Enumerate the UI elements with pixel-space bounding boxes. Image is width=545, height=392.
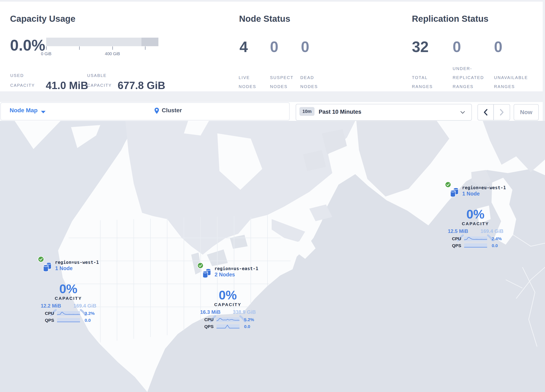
qps-row: QPS0.0 [25,318,112,323]
qps-label: QPS [196,324,214,329]
breadcrumb-cluster[interactable]: Cluster [162,107,182,114]
qps-value: 0.0 [85,318,91,323]
capacity-label: CAPACITY [184,302,272,307]
cpu-label: CPU [36,311,54,316]
total-ranges-count: 32 [412,39,429,54]
capacity-percent: 0% [25,282,112,296]
capacity-usage-bar [46,38,158,46]
replication-status-title: Replication Status [412,14,488,24]
cpu-sparkline [57,311,80,316]
qps-sparkline [57,318,80,323]
capacity-label: CAPACITY [25,296,112,301]
region-marker-us-west-1[interactable]: region=us-west-11 Node0%CAPACITY12.2 MiB… [25,256,112,326]
dead-nodes-count: 0 [301,39,309,54]
time-range-dropdown[interactable]: 10m Past 10 Minutes [296,104,472,121]
axis-tick [79,46,80,50]
qps-label: QPS [443,243,461,248]
node-count-link[interactable]: 1 Node [55,265,73,271]
qps-row: QPS0.0 [184,324,272,329]
qps-label: QPS [36,318,54,323]
cpu-row: CPU5.2% [184,317,272,322]
capacity-values: 12.2 MiB169.4 GiB [41,303,96,309]
database-stack-icon [43,261,52,273]
stats-panel: Capacity Usage Node Status Replication S… [0,2,543,91]
step-forward-button[interactable] [494,105,510,120]
database-stack-icon [202,268,211,280]
capacity-values: 16.3 MiB338.9 GiB [200,309,256,315]
under-replicated-ranges-label: UNDER-REPLICATEDRANGES [453,63,501,91]
suspect-nodes-count: 0 [270,39,278,54]
cpu-value: 5.2% [244,317,254,322]
axis-tick-label: 400 GiB [96,51,129,56]
chevron-down-icon [41,111,46,113]
qps-row: QPS0.0 [432,243,519,248]
used-capacity-label: USED CAPACITY [10,71,35,90]
capacity-percent: 0% [432,207,519,221]
location-pin-icon [154,107,159,114]
time-range-badge: 10m [299,107,315,116]
axis-tick [112,46,113,50]
time-range-label: Past 10 Minutes [319,109,361,115]
capacity-label: CAPACITY [432,221,519,226]
scroll-gutter [543,0,545,121]
qps-sparkline [464,243,487,248]
cpu-label: CPU [196,317,214,322]
cpu-row: CPU2.4% [432,236,519,241]
live-nodes-count: 4 [240,39,248,54]
total-capacity: 338.9 GiB [233,309,256,315]
cpu-row: CPU3.2% [25,311,112,316]
chevron-down-icon [460,111,465,114]
axis-tick [46,46,47,50]
qps-value: 0.0 [492,243,498,248]
cpu-sparkline [464,236,487,241]
qps-sparkline [217,324,240,329]
total-capacity: 169.4 GiB [74,303,96,309]
node-count-link[interactable]: 2 Nodes [215,272,235,278]
region-marker-eu-west-1[interactable]: region=eu-west-11 Node0%CAPACITY12.5 MiB… [432,181,519,251]
view-selector-dropdown[interactable]: Node Map [10,107,38,114]
axis-tick [145,46,145,50]
qps-value: 0.0 [244,324,250,329]
step-back-button[interactable] [478,105,494,120]
usable-capacity-label: USABLE CAPACITY [87,71,112,90]
capacity-values: 12.5 MiB169.4 GiB [448,228,503,234]
unavailable-ranges-label: UNAVAILABLERANGES [494,63,542,91]
used-capacity: 12.5 MiB [448,228,468,234]
usable-capacity-value: 677.8 GiB [118,80,165,92]
region-marker-us-east-1[interactable]: region=us-east-12 Nodes0%CAPACITY16.3 Mi… [184,262,272,332]
used-capacity: 16.3 MiB [200,309,220,315]
node-count-link[interactable]: 1 Node [462,191,480,197]
used-capacity: 12.2 MiB [41,303,61,309]
cpu-value: 2.4% [492,236,502,241]
under-replicated-ranges-count: 0 [453,39,461,54]
chevron-right-icon [499,109,504,116]
axis-tick-label: 0 GiB [30,51,63,56]
cpu-sparkline [217,317,240,322]
database-stack-icon [450,187,459,199]
capacity-percent: 0% [184,288,272,302]
now-button[interactable]: Now [514,104,539,120]
chevron-left-icon [483,109,488,116]
cpu-label: CPU [443,236,461,241]
region-label: region=eu-west-1 [462,185,506,190]
used-capacity-value: 41.0 MiB [46,80,88,92]
unavailable-ranges-count: 0 [494,39,502,54]
region-label: region=us-west-1 [55,260,99,265]
capacity-usage-title: Capacity Usage [10,14,75,24]
region-label: region=us-east-1 [214,266,258,271]
map-toolbar: Node Map Cluster 10m Past 10 Minutes Now [0,102,543,121]
dead-nodes-label: DEADNODES [300,63,348,91]
total-capacity: 169.4 GiB [481,228,503,234]
capacity-bar-reserved-segment [142,38,158,46]
node-status-title: Node Status [239,14,290,24]
time-step-buttons [477,104,510,120]
cpu-value: 3.2% [85,311,95,316]
